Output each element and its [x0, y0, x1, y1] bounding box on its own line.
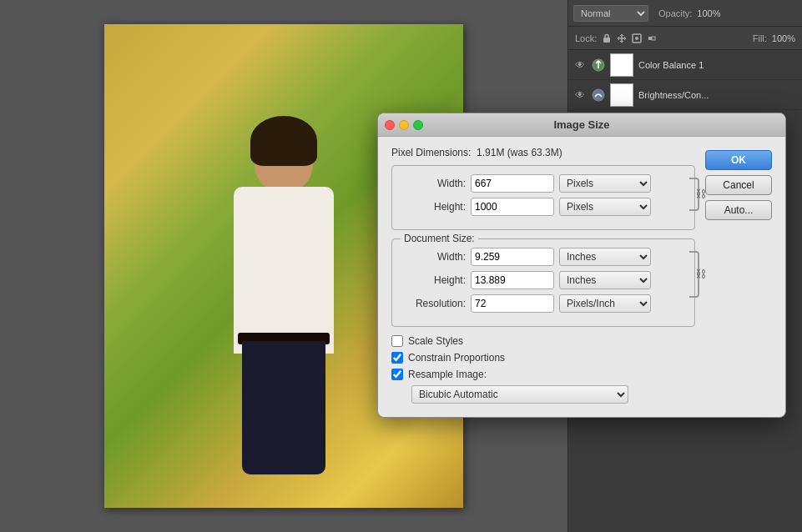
pixel-height-input[interactable]	[471, 198, 554, 216]
pixel-height-unit-select[interactable]: Pixels Percent	[559, 198, 651, 216]
resample-method-select[interactable]: Bicubic Automatic Preserve Details Bicub…	[411, 385, 628, 404]
constrain-proportions-row: Constrain Proportions	[391, 352, 695, 364]
lock-icon[interactable]	[602, 33, 612, 43]
scale-styles-checkbox[interactable]	[391, 335, 403, 347]
doc-height-input[interactable]	[471, 271, 554, 289]
layer-adjustment-icon-2	[592, 88, 605, 102]
doc-width-input[interactable]	[471, 248, 554, 266]
resample-image-label: Resample Image:	[408, 369, 487, 380]
layer-mask-thumb-1	[610, 53, 633, 77]
svg-point-2	[635, 37, 638, 40]
dialog-titlebar: Image Size	[378, 113, 785, 137]
pixel-width-input[interactable]	[471, 174, 554, 193]
dialog-buttons: OK Cancel Auto...	[705, 147, 772, 404]
scale-styles-label: Scale Styles	[408, 335, 463, 347]
opacity-label: Opacity:	[658, 8, 692, 18]
person-figure	[209, 108, 359, 508]
maximize-button[interactable]	[413, 120, 423, 130]
image-size-dialog: Image Size Pixel Dimensions: 1.91M (was …	[377, 113, 786, 418]
person-pants	[242, 341, 325, 474]
svg-rect-4	[652, 37, 655, 40]
resample-image-checkbox[interactable]	[391, 369, 403, 380]
dialog-left-panel: Pixel Dimensions: 1.91M (was 63.3M) Widt…	[391, 147, 695, 404]
layer-name-1: Color Balance 1	[638, 60, 795, 70]
resolution-label: Resolution:	[402, 298, 466, 309]
doc-width-row: Width: Inchescmmm	[402, 248, 684, 266]
svg-point-6	[593, 89, 604, 101]
resolution-input[interactable]	[471, 294, 554, 313]
pixel-width-label: Width:	[402, 178, 466, 189]
doc-link-icon: ⛓	[695, 268, 706, 280]
resample-method-row: Bicubic Automatic Preserve Details Bicub…	[395, 385, 695, 404]
fill-label: Fill:	[753, 33, 767, 43]
minimize-button[interactable]	[399, 120, 409, 130]
lock-label: Lock:	[575, 33, 597, 43]
pixel-icon[interactable]	[647, 33, 657, 43]
scale-styles-row: Scale Styles	[391, 335, 695, 347]
person-hair	[250, 116, 317, 166]
document-size-legend: Document Size:	[401, 233, 478, 244]
move-icon[interactable]	[617, 33, 627, 43]
pixel-dimensions-value: 1.91M (was 63.3M)	[477, 147, 562, 158]
pixel-height-row: Height: Pixels Percent	[402, 198, 684, 216]
pixel-height-label: Height:	[402, 201, 466, 213]
traffic-lights	[385, 120, 423, 130]
layer-adjustment-icon-1	[592, 58, 605, 72]
artboard-icon[interactable]	[632, 33, 642, 43]
doc-width-unit-select[interactable]: Inchescmmm	[559, 248, 651, 266]
resolution-unit-select[interactable]: Pixels/InchPixels/cm	[559, 294, 651, 313]
resample-image-row: Resample Image:	[391, 369, 695, 380]
layer-mask-thumb-2	[610, 83, 633, 107]
doc-width-label: Width:	[402, 251, 466, 263]
svg-rect-0	[603, 38, 610, 43]
close-button[interactable]	[385, 120, 395, 130]
person-body	[234, 187, 334, 354]
pixel-width-unit-select[interactable]: Pixels Percent	[559, 174, 651, 193]
layer-name-2: Brightness/Con...	[638, 90, 795, 100]
auto-button[interactable]: Auto...	[705, 200, 772, 220]
svg-rect-3	[648, 37, 652, 40]
pixel-dimensions-header: Pixel Dimensions: 1.91M (was 63.3M)	[391, 147, 695, 158]
doc-height-row: Height: Inchescmmm	[402, 271, 684, 289]
eye-icon-1[interactable]: 👁	[575, 59, 587, 71]
ok-button[interactable]: OK	[705, 150, 772, 170]
pixel-link-icon: ⛓	[695, 188, 706, 200]
dialog-title: Image Size	[553, 118, 609, 131]
blend-mode-select[interactable]: Normal	[573, 5, 648, 22]
pixel-width-row: Width: Pixels Percent	[402, 174, 684, 193]
doc-height-unit-select[interactable]: Inchescmmm	[559, 271, 651, 289]
layer-item-2[interactable]: 👁 Brightness/Con...	[568, 80, 802, 110]
constrain-proportions-checkbox[interactable]	[391, 352, 403, 364]
fill-value: 100%	[772, 33, 795, 43]
lock-fill-row: Lock: Fill: 100%	[568, 27, 802, 50]
resolution-row: Resolution: Pixels/InchPixels/cm	[402, 294, 684, 313]
pixel-dimensions-section: Width: Pixels Percent Height: Pixels Per…	[391, 165, 695, 230]
eye-icon-2[interactable]: 👁	[575, 89, 587, 101]
layer-item-1[interactable]: 👁 Color Balance 1	[568, 50, 802, 80]
doc-height-label: Height:	[402, 274, 466, 286]
constrain-proportions-label: Constrain Proportions	[408, 352, 505, 364]
document-size-section: Document Size: Width: Inchescmmm Height:	[391, 238, 695, 327]
opacity-value: 100%	[697, 8, 720, 18]
blend-mode-row: Normal Opacity: 100%	[568, 0, 802, 27]
cancel-button[interactable]: Cancel	[705, 175, 772, 195]
dialog-body: Pixel Dimensions: 1.91M (was 63.3M) Widt…	[378, 137, 785, 417]
